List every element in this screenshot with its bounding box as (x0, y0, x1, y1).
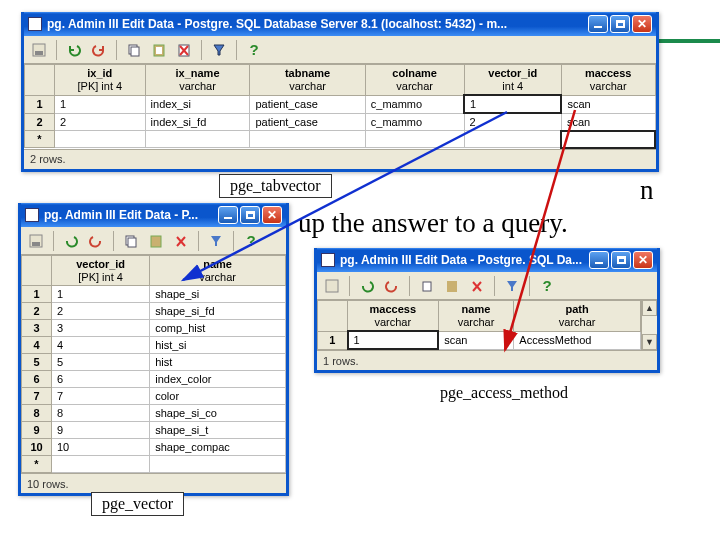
cell[interactable]: hist (150, 354, 286, 371)
cell[interactable]: comp_hist (150, 320, 286, 337)
cell[interactable]: scan (438, 331, 514, 349)
scroll-down-icon[interactable]: ▼ (642, 334, 657, 350)
column-header[interactable]: namevarchar (150, 256, 286, 286)
close-button[interactable]: ✕ (262, 206, 282, 224)
column-header[interactable]: maccessvarchar (561, 65, 655, 96)
table-row[interactable]: 66index_color (22, 371, 286, 388)
table-row[interactable]: 88shape_si_co (22, 405, 286, 422)
cell[interactable]: shape_si (150, 286, 286, 303)
cell[interactable] (365, 131, 464, 148)
minimize-button[interactable] (588, 15, 608, 33)
row-header[interactable]: 2 (25, 113, 55, 131)
column-header[interactable]: ix_namevarchar (145, 65, 250, 96)
row-header[interactable]: 10 (22, 439, 52, 456)
table-row[interactable]: * (22, 456, 286, 473)
cell[interactable]: shape_si_t (150, 422, 286, 439)
maximize-button[interactable] (611, 251, 631, 269)
column-header[interactable]: maccessvarchar (348, 301, 439, 332)
copy-icon[interactable] (416, 275, 438, 297)
cell[interactable]: 7 (52, 388, 150, 405)
row-header[interactable]: 8 (22, 405, 52, 422)
table-row[interactable]: 55hist (22, 354, 286, 371)
column-header[interactable]: vector_id[PK] int 4 (52, 256, 150, 286)
cell[interactable] (150, 456, 286, 473)
minimize-button[interactable] (589, 251, 609, 269)
cell[interactable]: 2 (52, 303, 150, 320)
data-grid[interactable]: vector_id[PK] int 4namevarchar11shape_si… (21, 255, 286, 473)
cell[interactable] (250, 131, 365, 148)
cell[interactable]: AccessMethod (514, 331, 641, 349)
save-icon[interactable] (321, 275, 343, 297)
help-icon[interactable]: ? (536, 275, 558, 297)
row-header[interactable]: 2 (22, 303, 52, 320)
table-row[interactable]: 33comp_hist (22, 320, 286, 337)
cell[interactable]: shape_si_fd (150, 303, 286, 320)
cell[interactable]: 2 (464, 113, 561, 131)
row-header[interactable]: 4 (22, 337, 52, 354)
data-grid[interactable]: maccessvarcharnamevarcharpathvarchar11sc… (317, 300, 641, 350)
delete-icon[interactable] (170, 230, 192, 252)
cell[interactable]: index_color (150, 371, 286, 388)
delete-icon[interactable] (173, 39, 195, 61)
data-grid[interactable]: ix_id[PK] int 4ix_namevarchartabnamevarc… (24, 64, 656, 149)
cell[interactable]: 6 (52, 371, 150, 388)
row-header[interactable]: 1 (25, 95, 55, 113)
row-header[interactable]: 3 (22, 320, 52, 337)
cell[interactable]: 3 (52, 320, 150, 337)
help-icon[interactable]: ? (243, 39, 265, 61)
column-header[interactable]: pathvarchar (514, 301, 641, 332)
delete-icon[interactable] (466, 275, 488, 297)
cell[interactable] (464, 131, 561, 148)
close-button[interactable]: ✕ (633, 251, 653, 269)
table-row[interactable]: 11scanAccessMethod (318, 331, 641, 349)
cell[interactable]: c_mammo (365, 95, 464, 113)
cell[interactable]: patient_case (250, 113, 365, 131)
row-header[interactable]: 1 (318, 331, 348, 349)
paste-icon[interactable] (148, 39, 170, 61)
table-row[interactable]: 77color (22, 388, 286, 405)
column-header[interactable]: tabnamevarchar (250, 65, 365, 96)
close-button[interactable]: ✕ (632, 15, 652, 33)
cell[interactable]: 10 (52, 439, 150, 456)
row-header[interactable]: 1 (22, 286, 52, 303)
vertical-scrollbar[interactable]: ▲ ▼ (641, 300, 657, 350)
maximize-button[interactable] (610, 15, 630, 33)
refresh-icon[interactable] (85, 230, 107, 252)
cell[interactable]: 1 (348, 331, 439, 349)
cell[interactable] (561, 131, 655, 148)
titlebar[interactable]: pg. Admin III Edit Data - Postgre. SQL D… (317, 248, 657, 272)
cell[interactable]: index_si (145, 95, 250, 113)
paste-icon[interactable] (145, 230, 167, 252)
row-header[interactable]: 9 (22, 422, 52, 439)
column-header[interactable]: colnamevarchar (365, 65, 464, 96)
cell[interactable]: 9 (52, 422, 150, 439)
cell[interactable]: 1 (52, 286, 150, 303)
row-header[interactable]: 6 (22, 371, 52, 388)
column-header[interactable]: namevarchar (438, 301, 514, 332)
save-icon[interactable] (28, 39, 50, 61)
row-header[interactable]: 5 (22, 354, 52, 371)
cell[interactable]: index_si_fd (145, 113, 250, 131)
row-header[interactable]: * (22, 456, 52, 473)
refresh-icon[interactable] (381, 275, 403, 297)
cell[interactable]: color (150, 388, 286, 405)
cell[interactable]: shape_si_co (150, 405, 286, 422)
table-row[interactable]: 22index_si_fdpatient_casec_mammo2scan (25, 113, 656, 131)
cell[interactable] (52, 456, 150, 473)
copy-icon[interactable] (123, 39, 145, 61)
cell[interactable]: 1 (464, 95, 561, 113)
cell[interactable]: shape_compac (150, 439, 286, 456)
cell[interactable]: 8 (52, 405, 150, 422)
table-row[interactable]: 22shape_si_fd (22, 303, 286, 320)
help-icon[interactable]: ? (240, 230, 262, 252)
cell[interactable]: 1 (55, 95, 146, 113)
titlebar[interactable]: pg. Admin III Edit Data - Postgre. SQL D… (24, 12, 656, 36)
filter-icon[interactable] (501, 275, 523, 297)
scroll-up-icon[interactable]: ▲ (642, 300, 657, 316)
table-row[interactable]: 11index_sipatient_casec_mammo1scan (25, 95, 656, 113)
table-row[interactable]: 11shape_si (22, 286, 286, 303)
cell[interactable]: hist_si (150, 337, 286, 354)
undo-icon[interactable] (60, 230, 82, 252)
row-header[interactable]: 7 (22, 388, 52, 405)
paste-icon[interactable] (441, 275, 463, 297)
